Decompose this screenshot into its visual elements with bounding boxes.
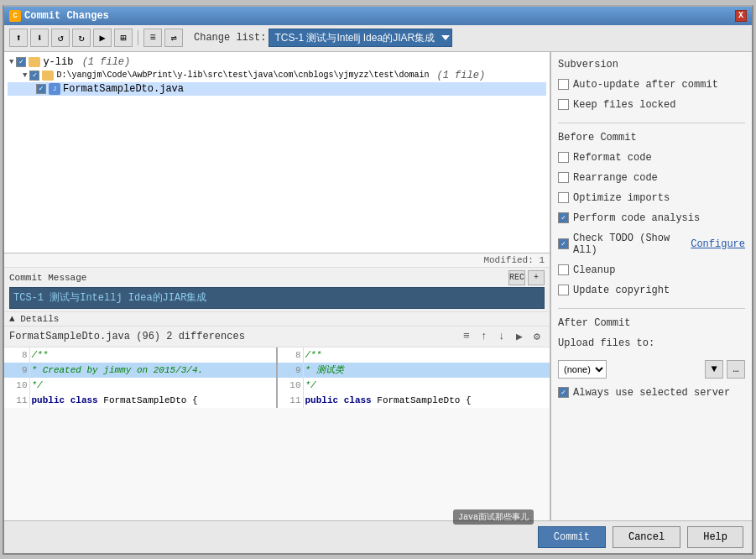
modified-bar: Modified: 1 — [4, 253, 550, 268]
auto-update-option: Auto-update after commit — [558, 79, 745, 91]
diff-right-linenum-4: 11 — [278, 393, 303, 408]
diff-left-panel: 8 /** 9 * Created by jimmy on 2015/3/4. … — [4, 347, 278, 408]
rearrange-checkbox[interactable] — [558, 172, 569, 183]
keep-files-checkbox[interactable] — [558, 99, 569, 110]
toolbar-btn-4[interactable]: ↻ — [72, 29, 91, 47]
configure-link[interactable]: Configure — [691, 238, 745, 250]
diff-title: FormatSampleDto.java (96) 2 differences — [9, 331, 245, 342]
details-header[interactable]: ▲ Details — [9, 314, 545, 324]
diff-left-linenum-4: 11 — [4, 393, 29, 408]
auto-update-label: Auto-update after commit — [573, 79, 718, 91]
checkbox-y-lib[interactable] — [16, 57, 26, 67]
diff-left-code-1: /** — [29, 347, 276, 363]
diff-right-row-2: 9 * 测试类 — [278, 363, 550, 378]
close-button[interactable]: X — [735, 10, 747, 22]
main-content: ▼ y-lib (1 file) ▼ D:\yangjm\Code\AwbPri… — [4, 52, 752, 520]
cleanup-option: Cleanup — [558, 264, 745, 276]
tree-item-path[interactable]: ▼ D:\yangjm\Code\AwbPrint\y-lib\src\test… — [8, 69, 546, 82]
auto-update-checkbox[interactable] — [558, 79, 569, 90]
check-todo-checkbox[interactable] — [558, 238, 569, 249]
toolbar-btn-8[interactable]: ⇌ — [164, 29, 183, 47]
help-button[interactable]: Help — [687, 526, 743, 548]
diff-right-linenum-3: 10 — [278, 378, 303, 393]
rec-label: REC — [509, 273, 524, 282]
toolbar-btn-2[interactable]: ⬇ — [30, 29, 49, 47]
change-list-select[interactable]: TCS-1 测试与Intellj Idea的JIAR集成 — [269, 29, 452, 47]
diff-icon-up[interactable]: ↑ — [477, 329, 492, 344]
always-selected-label: Always use selected server — [573, 387, 730, 399]
diff-section: FormatSampleDto.java (96) 2 differences … — [4, 326, 550, 520]
title-bar: C Commit Changes X — [4, 7, 752, 25]
upload-select[interactable]: (none) — [558, 360, 607, 379]
diff-icons: ≡ ↑ ↓ ▶ ⚙ — [459, 329, 545, 344]
toolbar-btn-7[interactable]: ≡ — [143, 29, 162, 47]
toolbar-btn-3[interactable]: ↺ — [51, 29, 70, 47]
upload-select-wrapper[interactable]: (none) — [558, 360, 701, 379]
diff-right-code-4: public class FormatSampleDto { — [303, 393, 550, 408]
toolbar-btn-1[interactable]: ⬆ — [9, 29, 28, 47]
file-tree: ▼ y-lib (1 file) ▼ D:\yangjm\Code\AwbPri… — [4, 52, 550, 253]
diff-right-table: 8 /** 9 * 测试类 10 */ — [278, 347, 550, 408]
optimize-label: Optimize imports — [573, 192, 670, 204]
cleanup-checkbox[interactable] — [558, 264, 569, 275]
diff-left-code-3: */ — [29, 378, 276, 393]
perform-analysis-checkbox[interactable] — [558, 212, 569, 223]
diff-icon-down[interactable]: ↓ — [494, 329, 509, 344]
always-selected-checkbox[interactable] — [558, 387, 569, 398]
commit-button[interactable]: Commit — [538, 526, 606, 548]
toolbar-btn-5[interactable]: ▶ — [93, 29, 112, 47]
commit-message-section: Commit Message REC + — [4, 268, 550, 311]
diff-right-code-1: /** — [303, 347, 550, 363]
diff-left-row-3: 10 */ — [4, 378, 276, 393]
commit-msg-header: Commit Message REC + — [9, 270, 545, 285]
toolbar-btn-6[interactable]: ⊞ — [114, 29, 133, 47]
watermark: Java面试那些事儿 — [453, 509, 534, 525]
diff-left-linenum-3: 10 — [4, 378, 29, 393]
reformat-option: Reformat code — [558, 152, 745, 164]
checkbox-file[interactable] — [36, 84, 46, 94]
update-copyright-option: Update copyright — [558, 285, 745, 296]
toolbar: ⬆ ⬇ ↺ ↻ ▶ ⊞ ≡ ⇌ Change list: TCS-1 测试与In… — [4, 25, 752, 52]
keep-files-option: Keep files locked — [558, 99, 745, 111]
diff-right-linenum-1: 8 — [278, 347, 303, 363]
java-icon: J — [49, 83, 60, 95]
after-commit-title: After Commit — [558, 317, 745, 329]
commit-msg-add-btn[interactable]: + — [528, 270, 545, 285]
section-divider-1 — [558, 123, 745, 123]
tree-item-file[interactable]: J FormatSampleDto.java — [8, 82, 546, 96]
rearrange-label: Rearrange code — [573, 172, 658, 184]
toolbar-separator — [138, 30, 138, 45]
diff-content-area: 8 /** 9 * Created by jimmy on 2015/3/4. … — [4, 347, 550, 408]
update-copyright-checkbox[interactable] — [558, 285, 569, 295]
checkbox-path[interactable] — [29, 71, 39, 81]
cancel-button[interactable]: Cancel — [613, 526, 680, 548]
details-section: ▲ Details — [4, 311, 550, 326]
diff-icon-right[interactable]: ▶ — [512, 329, 527, 344]
diff-left-table: 8 /** 9 * Created by jimmy on 2015/3/4. … — [4, 347, 276, 408]
diff-right-row-1: 8 /** — [278, 347, 550, 363]
upload-btn[interactable]: ▼ — [705, 360, 723, 379]
window-icon: C — [9, 10, 21, 22]
diff-icon-settings[interactable]: ⚙ — [529, 329, 545, 344]
tree-item-y-lib[interactable]: ▼ y-lib (1 file) — [8, 55, 546, 69]
upload-more-btn[interactable]: … — [727, 360, 745, 379]
commit-changes-window: C Commit Changes X ⬆ ⬇ ↺ ↻ ▶ ⊞ ≡ ⇌ Chang… — [3, 5, 753, 555]
folder-icon-path — [42, 71, 54, 81]
commit-message-input[interactable] — [9, 287, 545, 309]
section-divider-2 — [558, 308, 745, 309]
diff-left-code-4: public class FormatSampleDto { — [29, 393, 276, 408]
tree-triangle-ylib: ▼ — [9, 58, 13, 66]
diff-right-row-4: 11 public class FormatSampleDto { — [278, 393, 550, 408]
optimize-checkbox[interactable] — [558, 192, 569, 203]
window-title: Commit Changes — [24, 10, 109, 22]
commit-msg-rec-btn[interactable]: REC — [508, 270, 525, 285]
diff-left-row-1: 8 /** — [4, 347, 276, 363]
change-list-label: Change list: — [194, 32, 266, 44]
before-commit-title: Before Commit — [558, 132, 745, 144]
tree-meta-y-lib: (1 file) — [82, 56, 131, 68]
left-panel: ▼ y-lib (1 file) ▼ D:\yangjm\Code\AwbPri… — [4, 52, 550, 520]
reformat-checkbox[interactable] — [558, 152, 569, 163]
upload-row: (none) ▼ … — [558, 360, 745, 379]
diff-icon-sort[interactable]: ≡ — [459, 329, 474, 344]
change-list-select-wrapper[interactable]: TCS-1 测试与Intellj Idea的JIAR集成 — [269, 29, 452, 47]
